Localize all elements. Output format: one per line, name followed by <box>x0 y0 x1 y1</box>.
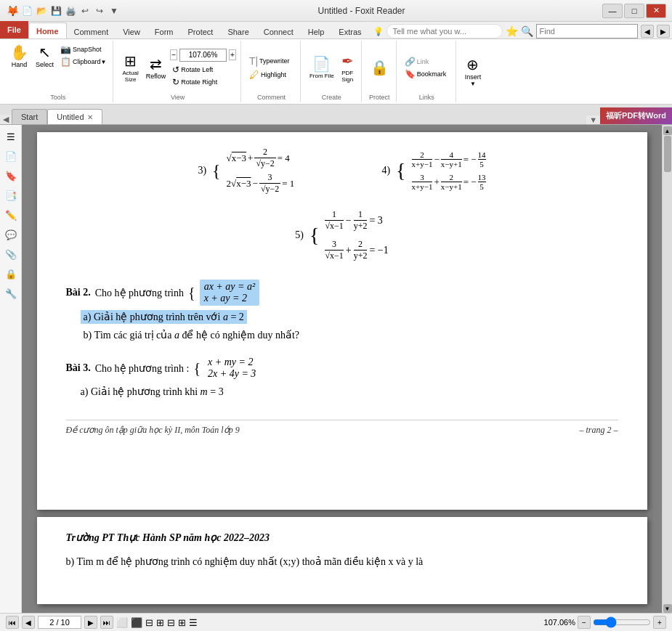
undo-icon[interactable]: ↩ <box>78 4 92 17</box>
scroll-track <box>663 135 672 604</box>
share-tab[interactable]: Share <box>220 25 256 38</box>
untitled-tab[interactable]: Untitled ✕ <box>47 109 102 124</box>
tabs-scroll-left[interactable]: ◀ <box>3 115 9 124</box>
search-top-icon[interactable]: 🔍 <box>521 25 533 37</box>
view-mode-5[interactable]: ☰ <box>189 617 198 628</box>
snapshot-btn[interactable]: 📷 SnapShot <box>58 44 108 55</box>
typewriter-btn[interactable]: T| Typewriter <box>247 54 292 68</box>
clipboard-btn[interactable]: 📋 Clipboard ▼ <box>58 56 108 68</box>
first-page-btn[interactable]: ⏮ <box>6 616 19 629</box>
sidebar-bookmarks[interactable]: 🔖 <box>2 167 20 184</box>
view-group: ⊞ ActualSize ⇄ Reflow − + ↺ <box>115 41 240 102</box>
sidebar-tools2[interactable]: 🔧 <box>2 285 20 302</box>
protect-tab[interactable]: Protect <box>181 25 221 38</box>
bai3: Bài 3. Cho hệ phương trình : { x + my = … <box>66 355 618 398</box>
pdf-page-1: 3) { √x−3 + 2 √y−2 = 4 <box>37 132 647 510</box>
protect-label: Protect <box>368 94 392 101</box>
window-title: Untitled - Foxit Reader <box>121 6 602 16</box>
comment-group: T| Typewriter 🖊 Highlight Comment <box>243 41 301 102</box>
extras-tab[interactable]: Extras <box>331 25 368 38</box>
help-tab[interactable]: Help <box>301 25 332 38</box>
save-icon[interactable]: 💾 <box>49 4 62 17</box>
home-tab[interactable]: Home <box>28 23 67 38</box>
view-tab[interactable]: View <box>116 25 147 38</box>
status-bar: ⏮ ◀ ▶ ⏭ ⬜ ⬛ ⊟ ⊞ ⊟ ⊞ ☰ 107.06% − + <box>0 613 672 631</box>
bai2: Bài 2. Cho hệ phương trình { ax + ay = a… <box>66 280 618 342</box>
protect-btn[interactable]: 🔒 <box>368 57 392 78</box>
comment-tab[interactable]: Comment <box>67 25 116 38</box>
connect-tab[interactable]: Connect <box>256 25 301 38</box>
fit-page-btn[interactable]: ⬛ <box>131 617 142 628</box>
open-icon[interactable]: 📂 <box>35 4 48 17</box>
prev-page-btn[interactable]: ◀ <box>22 616 35 629</box>
new-icon[interactable]: 📄 <box>20 4 33 17</box>
last-page-btn[interactable]: ⏭ <box>100 616 113 629</box>
highlight-btn[interactable]: 🖊 Highlight <box>247 68 292 81</box>
sidebar-pages[interactable]: 📄 <box>2 147 20 165</box>
zoom-minus-btn[interactable]: − <box>170 49 177 60</box>
sidebar-navigate[interactable]: ☰ <box>2 128 20 145</box>
insert-group: ⊕ Insert ▼ <box>458 41 489 102</box>
title-bar: 🦊 📄 📂 💾 🖨️ ↩ ↪ ▼ Untitled - Foxit Reader… <box>0 0 672 22</box>
view-mode-4[interactable]: ⊞ <box>178 617 186 628</box>
tell-me-input[interactable] <box>386 24 503 38</box>
tabs-dropdown[interactable]: ▼ <box>589 115 597 124</box>
create-label: Create <box>307 94 357 101</box>
search-next[interactable]: ▶ <box>657 25 670 38</box>
scroll-thumb[interactable] <box>664 136 671 172</box>
next-page-btn[interactable]: ▶ <box>84 616 97 629</box>
reflow-btn[interactable]: ⇄ Reflow <box>143 54 169 81</box>
pdf-page-2: Trường PT Thực Hành SP năm học 2022–2023… <box>37 517 647 604</box>
view-mode-3[interactable]: ⊟ <box>167 617 175 628</box>
rotate-right-btn[interactable]: ↻ Rotate Right <box>170 76 236 88</box>
more-icon[interactable]: ▼ <box>108 4 121 17</box>
star-icon[interactable]: ⭐ <box>506 25 518 37</box>
bookmark-btn[interactable]: 🔖 Bookmark <box>402 68 449 80</box>
sidebar-comments[interactable]: 💬 <box>2 226 20 243</box>
sidebar-layers[interactable]: 📑 <box>2 187 20 204</box>
fit-width-btn[interactable]: ⬜ <box>116 617 128 628</box>
minimize-btn[interactable]: — <box>602 4 623 18</box>
hand-btn[interactable]: ✋ Hand <box>7 42 31 92</box>
zoom-plus-btn[interactable]: + <box>229 49 236 60</box>
redo-icon[interactable]: ↪ <box>93 4 106 17</box>
pdf-sign-btn[interactable]: ✒ PDFSign <box>339 51 357 84</box>
zoom-out-btn[interactable]: − <box>578 616 591 629</box>
print-icon[interactable]: 🖨️ <box>64 4 77 17</box>
app-icon: 🦊 <box>6 4 19 17</box>
maximize-btn[interactable]: □ <box>624 4 644 18</box>
tools-group: ✋ Hand ↖ Select 📷 SnapShot 📋 Clipboard ▼… <box>3 41 113 102</box>
links-label: Links <box>402 94 451 101</box>
main-area: ☰ 📄 🔖 📑 ✏️ 💬 📎 🔒 🔧 3) { √x−3 + <box>0 125 672 613</box>
search-input[interactable] <box>536 24 638 38</box>
close-untitled-tab[interactable]: ✕ <box>87 113 93 121</box>
sidebar-edit[interactable]: ✏️ <box>2 206 20 224</box>
insert-btn[interactable]: ⊕ Insert ▼ <box>462 54 485 89</box>
zoom-slider[interactable] <box>593 617 651 627</box>
zoom-in-btn[interactable]: + <box>653 616 666 629</box>
document-tabs: ◀ Start Untitled ✕ ▼ 福昕PDF转Word <box>0 105 672 125</box>
rotate-left-btn[interactable]: ↺ Rotate Left <box>170 64 236 76</box>
zoom-input[interactable] <box>179 49 227 62</box>
sidebar-links[interactable]: 📎 <box>2 245 20 263</box>
start-tab[interactable]: Start <box>12 109 47 124</box>
sidebar-security[interactable]: 🔒 <box>2 265 20 282</box>
pdf-convert-badge[interactable]: 福昕PDF转Word <box>600 107 672 124</box>
search-prev[interactable]: ◀ <box>641 25 654 38</box>
window-controls: — □ ✕ <box>602 4 666 18</box>
view-label: View <box>119 94 235 101</box>
close-btn[interactable]: ✕ <box>646 4 666 18</box>
view-mode-1[interactable]: ⊟ <box>145 617 153 628</box>
file-tab[interactable]: File <box>0 21 28 38</box>
pdf-viewer[interactable]: 3) { √x−3 + 2 √y−2 = 4 <box>22 125 662 613</box>
select-btn[interactable]: ↖ Select <box>33 42 57 92</box>
view-mode-2[interactable]: ⊞ <box>156 617 164 628</box>
scroll-up[interactable]: ▲ <box>663 126 672 135</box>
page-number-input[interactable] <box>38 616 81 629</box>
scroll-down[interactable]: ▼ <box>663 604 672 613</box>
link-btn[interactable]: 🔗 Link <box>402 56 449 68</box>
from-file-btn[interactable]: 📄 From File <box>307 54 337 81</box>
pdf-scrollbar[interactable]: ▲ ▼ <box>662 125 672 613</box>
actual-size-btn[interactable]: ⊞ ActualSize <box>119 51 141 84</box>
form-tab[interactable]: Form <box>147 25 181 38</box>
